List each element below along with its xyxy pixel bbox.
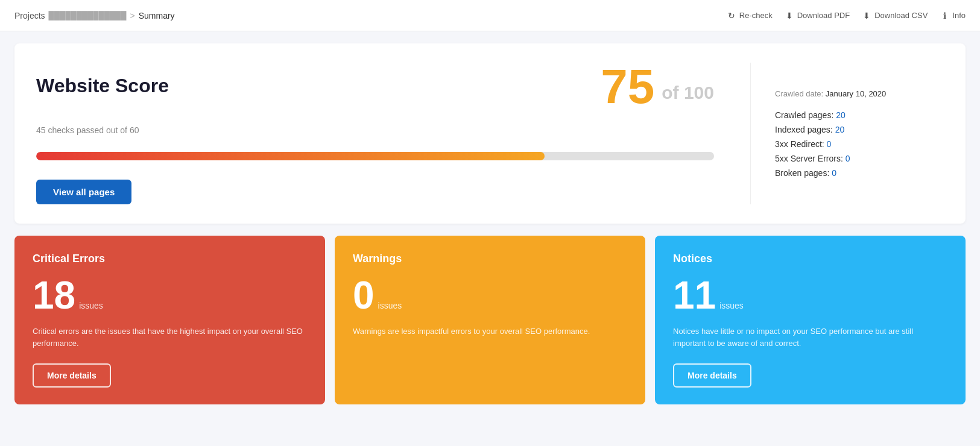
stat-label: Indexed pages: (775, 125, 833, 134)
stat-value: 20 (836, 110, 846, 120)
warnings-count: 0 (353, 276, 375, 315)
stat-value: 0 (832, 168, 836, 178)
download-csv-action[interactable]: ⬇ Download CSV (862, 11, 928, 20)
critical-errors-description: Critical errors are the issues that have… (33, 325, 307, 349)
download-csv-icon: ⬇ (862, 11, 871, 20)
stat-label: Broken pages: (775, 168, 829, 178)
warnings-count-row: 0 issues (353, 276, 627, 315)
breadcrumb: Projects ██████████████ > Summary (14, 11, 175, 20)
critical-errors-count-label: issues (79, 301, 103, 310)
info-action[interactable]: ℹ Info (940, 11, 966, 20)
website-score-title: Website Score (36, 75, 169, 97)
download-pdf-action[interactable]: ⬇ Download PDF (785, 11, 850, 20)
warnings-card: Warnings 0 issues Warnings are less impa… (335, 236, 645, 404)
notices-card: Notices 11 issues Notices have little or… (655, 236, 966, 404)
download-pdf-label: Download PDF (797, 11, 850, 20)
crawled-date-label: Crawled date: (775, 89, 823, 98)
view-all-pages-button[interactable]: View all pages (36, 180, 131, 204)
stat-value: 0 (827, 139, 832, 149)
stat-value: 20 (835, 125, 845, 134)
notices-description: Notices have little or no impact on your… (673, 325, 947, 349)
stat-item: 3xx Redirect: 0 (775, 139, 944, 149)
critical-errors-more-details-button[interactable]: More details (33, 363, 111, 388)
stats-list: Crawled pages: 20Indexed pages: 203xx Re… (775, 110, 944, 178)
score-subtitle: 45 checks passed out of 60 (36, 125, 714, 135)
score-card: Website Score 75 of 100 45 checks passed… (14, 43, 966, 224)
score-card-divider (750, 63, 751, 204)
stat-label: Crawled pages: (775, 110, 833, 120)
stat-item: 5xx Server Errors: 0 (775, 154, 944, 163)
crawled-date: Crawled date: January 10, 2020 (775, 89, 944, 98)
score-number-area: Website Score 75 of 100 (36, 63, 714, 111)
warnings-title: Warnings (353, 253, 627, 265)
breadcrumb-current: Summary (139, 11, 175, 20)
notices-count-label: issues (719, 301, 744, 310)
recheck-label: Re-check (739, 11, 773, 20)
warnings-description: Warnings are less impactful errors to yo… (353, 325, 627, 373)
progress-bar-fill (36, 152, 545, 160)
cards-row: Critical Errors 18 issues Critical error… (14, 236, 966, 404)
info-label: Info (952, 11, 966, 20)
notices-count-row: 11 issues (673, 276, 947, 315)
recheck-action[interactable]: ↻ Re-check (727, 11, 773, 20)
score-big-number: 75 (601, 63, 654, 111)
stat-label: 5xx Server Errors: (775, 154, 843, 163)
stat-item: Indexed pages: 20 (775, 125, 944, 134)
top-navigation: Projects ██████████████ > Summary ↻ Re-c… (0, 0, 980, 31)
breadcrumb-separator: > (130, 11, 135, 20)
info-icon: ℹ (940, 11, 949, 20)
stat-value: 0 (846, 154, 850, 163)
score-right: Crawled date: January 10, 2020 Crawled p… (763, 63, 944, 204)
warnings-count-label: issues (378, 301, 402, 310)
progress-bar-container (36, 152, 714, 160)
breadcrumb-domain: ██████████████ (49, 11, 127, 20)
recheck-icon: ↻ (727, 11, 736, 20)
stat-item: Crawled pages: 20 (775, 110, 944, 120)
notices-count: 11 (673, 276, 716, 315)
critical-errors-count-row: 18 issues (33, 276, 307, 315)
download-pdf-icon: ⬇ (785, 11, 794, 20)
breadcrumb-projects[interactable]: Projects (14, 11, 45, 20)
crawled-date-value: January 10, 2020 (826, 89, 886, 98)
score-left: Website Score 75 of 100 45 checks passed… (36, 63, 738, 204)
download-csv-label: Download CSV (874, 11, 928, 20)
notices-title: Notices (673, 253, 947, 265)
topnav-actions: ↻ Re-check ⬇ Download PDF ⬇ Download CSV… (727, 11, 966, 20)
main-content: Website Score 75 of 100 45 checks passed… (0, 31, 980, 416)
critical-errors-card: Critical Errors 18 issues Critical error… (14, 236, 325, 404)
stat-item: Broken pages: 0 (775, 168, 944, 178)
critical-errors-title: Critical Errors (33, 253, 307, 265)
notices-more-details-button[interactable]: More details (673, 363, 751, 388)
stat-label: 3xx Redirect: (775, 139, 824, 149)
score-of-100: of 100 (662, 83, 714, 103)
critical-errors-count: 18 (33, 276, 75, 315)
